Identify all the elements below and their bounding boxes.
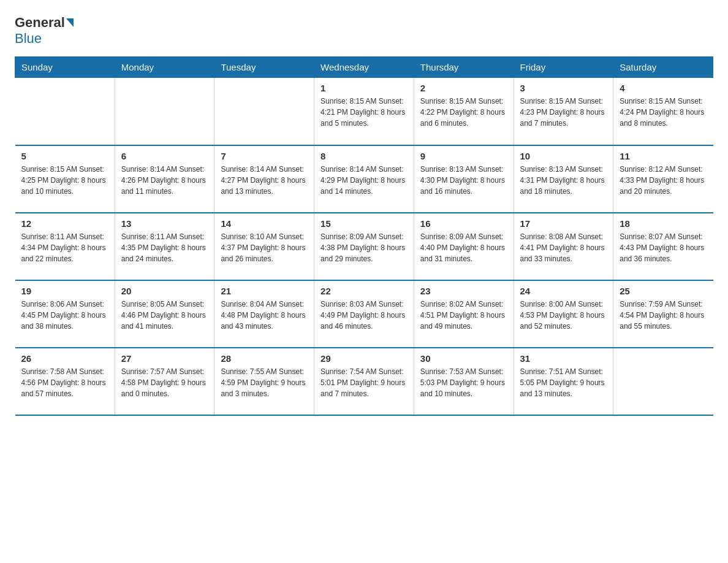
day-number: 7 bbox=[221, 151, 308, 161]
calendar-cell: 12Sunrise: 8:11 AM Sunset: 4:34 PM Dayli… bbox=[15, 213, 115, 280]
calendar-cell: 29Sunrise: 7:54 AM Sunset: 5:01 PM Dayli… bbox=[314, 348, 414, 415]
day-number: 10 bbox=[520, 151, 607, 161]
calendar-cell: 13Sunrise: 8:11 AM Sunset: 4:35 PM Dayli… bbox=[115, 213, 214, 280]
day-number: 17 bbox=[520, 218, 607, 229]
day-number: 14 bbox=[221, 218, 308, 229]
calendar-cell: 25Sunrise: 7:59 AM Sunset: 4:54 PM Dayli… bbox=[613, 280, 713, 348]
day-info: Sunrise: 8:15 AM Sunset: 4:23 PM Dayligh… bbox=[520, 96, 607, 129]
day-number: 12 bbox=[21, 218, 108, 229]
calendar-cell: 4Sunrise: 8:15 AM Sunset: 4:24 PM Daylig… bbox=[613, 78, 713, 145]
calendar-header-saturday: Saturday bbox=[613, 57, 713, 78]
day-number: 31 bbox=[520, 353, 607, 364]
day-number: 6 bbox=[121, 151, 208, 161]
day-info: Sunrise: 8:14 AM Sunset: 4:26 PM Dayligh… bbox=[121, 164, 208, 197]
calendar-cell: 8Sunrise: 8:14 AM Sunset: 4:29 PM Daylig… bbox=[314, 145, 414, 213]
calendar-cell: 27Sunrise: 7:57 AM Sunset: 4:58 PM Dayli… bbox=[115, 348, 214, 415]
calendar-cell: 1Sunrise: 8:15 AM Sunset: 4:21 PM Daylig… bbox=[314, 78, 414, 145]
day-number: 1 bbox=[320, 83, 408, 93]
logo-general-text: General bbox=[15, 15, 65, 31]
day-info: Sunrise: 7:53 AM Sunset: 5:03 PM Dayligh… bbox=[420, 366, 507, 399]
calendar-cell: 28Sunrise: 7:55 AM Sunset: 4:59 PM Dayli… bbox=[214, 348, 314, 415]
calendar-cell: 22Sunrise: 8:03 AM Sunset: 4:49 PM Dayli… bbox=[314, 280, 414, 348]
calendar-cell bbox=[613, 348, 713, 415]
calendar-cell: 20Sunrise: 8:05 AM Sunset: 4:46 PM Dayli… bbox=[115, 280, 214, 348]
day-info: Sunrise: 8:00 AM Sunset: 4:53 PM Dayligh… bbox=[520, 299, 607, 332]
day-number: 4 bbox=[620, 83, 707, 93]
day-info: Sunrise: 8:11 AM Sunset: 4:34 PM Dayligh… bbox=[21, 231, 108, 264]
calendar-cell: 3Sunrise: 8:15 AM Sunset: 4:23 PM Daylig… bbox=[514, 78, 613, 145]
day-number: 30 bbox=[420, 353, 507, 364]
calendar-header-wednesday: Wednesday bbox=[314, 57, 414, 78]
day-info: Sunrise: 7:57 AM Sunset: 4:58 PM Dayligh… bbox=[121, 366, 208, 399]
day-number: 16 bbox=[420, 218, 507, 229]
day-number: 29 bbox=[320, 353, 408, 364]
day-info: Sunrise: 8:12 AM Sunset: 4:33 PM Dayligh… bbox=[620, 164, 707, 197]
day-info: Sunrise: 8:11 AM Sunset: 4:35 PM Dayligh… bbox=[121, 231, 208, 264]
day-info: Sunrise: 8:13 AM Sunset: 4:31 PM Dayligh… bbox=[520, 164, 607, 197]
calendar-header-thursday: Thursday bbox=[414, 57, 514, 78]
day-info: Sunrise: 8:13 AM Sunset: 4:30 PM Dayligh… bbox=[420, 164, 507, 197]
day-number: 11 bbox=[620, 151, 707, 161]
day-info: Sunrise: 8:08 AM Sunset: 4:41 PM Dayligh… bbox=[520, 231, 607, 264]
day-info: Sunrise: 8:04 AM Sunset: 4:48 PM Dayligh… bbox=[221, 299, 308, 332]
calendar-table: SundayMondayTuesdayWednesdayThursdayFrid… bbox=[15, 56, 713, 416]
calendar-header-friday: Friday bbox=[514, 57, 613, 78]
day-info: Sunrise: 8:09 AM Sunset: 4:40 PM Dayligh… bbox=[420, 231, 507, 264]
calendar-header-tuesday: Tuesday bbox=[214, 57, 314, 78]
calendar-cell: 11Sunrise: 8:12 AM Sunset: 4:33 PM Dayli… bbox=[613, 145, 713, 213]
calendar-cell: 5Sunrise: 8:15 AM Sunset: 4:25 PM Daylig… bbox=[15, 145, 115, 213]
calendar-cell: 26Sunrise: 7:58 AM Sunset: 4:56 PM Dayli… bbox=[15, 348, 115, 415]
day-number: 28 bbox=[221, 353, 308, 364]
day-number: 21 bbox=[221, 286, 308, 296]
page-header: General Blue bbox=[15, 15, 713, 47]
calendar-cell: 23Sunrise: 8:02 AM Sunset: 4:51 PM Dayli… bbox=[414, 280, 514, 348]
day-number: 2 bbox=[420, 83, 507, 93]
day-info: Sunrise: 7:58 AM Sunset: 4:56 PM Dayligh… bbox=[21, 366, 108, 399]
day-number: 15 bbox=[320, 218, 408, 229]
calendar-header-monday: Monday bbox=[115, 57, 214, 78]
calendar-cell bbox=[115, 78, 214, 145]
calendar-cell: 9Sunrise: 8:13 AM Sunset: 4:30 PM Daylig… bbox=[414, 145, 514, 213]
day-info: Sunrise: 7:59 AM Sunset: 4:54 PM Dayligh… bbox=[620, 299, 707, 332]
calendar-cell: 6Sunrise: 8:14 AM Sunset: 4:26 PM Daylig… bbox=[115, 145, 214, 213]
calendar-cell: 19Sunrise: 8:06 AM Sunset: 4:45 PM Dayli… bbox=[15, 280, 115, 348]
logo-arrow-icon bbox=[66, 18, 74, 27]
day-info: Sunrise: 8:15 AM Sunset: 4:22 PM Dayligh… bbox=[420, 96, 507, 129]
calendar-week-row: 1Sunrise: 8:15 AM Sunset: 4:21 PM Daylig… bbox=[15, 78, 713, 145]
logo-blue-text: Blue bbox=[15, 31, 42, 47]
day-number: 22 bbox=[320, 286, 408, 296]
day-number: 23 bbox=[420, 286, 507, 296]
calendar-cell bbox=[214, 78, 314, 145]
day-number: 3 bbox=[520, 83, 607, 93]
day-info: Sunrise: 7:51 AM Sunset: 5:05 PM Dayligh… bbox=[520, 366, 607, 399]
calendar-cell: 14Sunrise: 8:10 AM Sunset: 4:37 PM Dayli… bbox=[214, 213, 314, 280]
calendar-week-row: 5Sunrise: 8:15 AM Sunset: 4:25 PM Daylig… bbox=[15, 145, 713, 213]
calendar-header-row: SundayMondayTuesdayWednesdayThursdayFrid… bbox=[15, 57, 713, 78]
calendar-cell: 15Sunrise: 8:09 AM Sunset: 4:38 PM Dayli… bbox=[314, 213, 414, 280]
day-number: 5 bbox=[21, 151, 108, 161]
calendar-cell: 17Sunrise: 8:08 AM Sunset: 4:41 PM Dayli… bbox=[514, 213, 613, 280]
calendar-cell: 2Sunrise: 8:15 AM Sunset: 4:22 PM Daylig… bbox=[414, 78, 514, 145]
day-info: Sunrise: 8:05 AM Sunset: 4:46 PM Dayligh… bbox=[121, 299, 208, 332]
day-info: Sunrise: 8:15 AM Sunset: 4:21 PM Dayligh… bbox=[320, 96, 408, 129]
logo: General Blue bbox=[15, 15, 75, 47]
calendar-week-row: 26Sunrise: 7:58 AM Sunset: 4:56 PM Dayli… bbox=[15, 348, 713, 415]
day-info: Sunrise: 8:15 AM Sunset: 4:24 PM Dayligh… bbox=[620, 96, 707, 129]
calendar-cell: 21Sunrise: 8:04 AM Sunset: 4:48 PM Dayli… bbox=[214, 280, 314, 348]
day-info: Sunrise: 8:09 AM Sunset: 4:38 PM Dayligh… bbox=[320, 231, 408, 264]
day-number: 27 bbox=[121, 353, 208, 364]
day-info: Sunrise: 8:07 AM Sunset: 4:43 PM Dayligh… bbox=[620, 231, 707, 264]
day-number: 9 bbox=[420, 151, 507, 161]
day-number: 19 bbox=[21, 286, 108, 296]
day-info: Sunrise: 8:14 AM Sunset: 4:29 PM Dayligh… bbox=[320, 164, 408, 197]
day-info: Sunrise: 8:14 AM Sunset: 4:27 PM Dayligh… bbox=[221, 164, 308, 197]
calendar-cell: 18Sunrise: 8:07 AM Sunset: 4:43 PM Dayli… bbox=[613, 213, 713, 280]
calendar-cell: 31Sunrise: 7:51 AM Sunset: 5:05 PM Dayli… bbox=[514, 348, 613, 415]
calendar-week-row: 19Sunrise: 8:06 AM Sunset: 4:45 PM Dayli… bbox=[15, 280, 713, 348]
calendar-cell: 16Sunrise: 8:09 AM Sunset: 4:40 PM Dayli… bbox=[414, 213, 514, 280]
calendar-header-sunday: Sunday bbox=[15, 57, 115, 78]
day-info: Sunrise: 8:02 AM Sunset: 4:51 PM Dayligh… bbox=[420, 299, 507, 332]
day-info: Sunrise: 7:55 AM Sunset: 4:59 PM Dayligh… bbox=[221, 366, 308, 399]
day-info: Sunrise: 8:15 AM Sunset: 4:25 PM Dayligh… bbox=[21, 164, 108, 197]
day-number: 20 bbox=[121, 286, 208, 296]
